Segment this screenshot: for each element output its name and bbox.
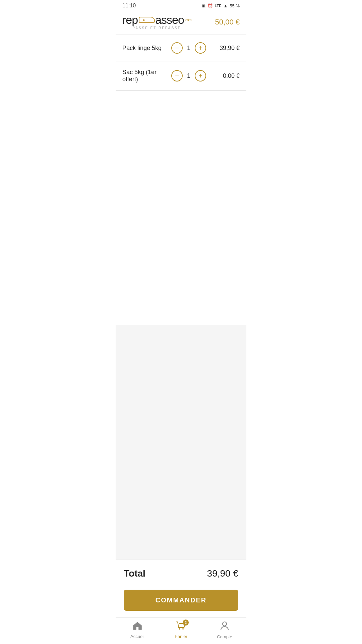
logo-asseo: asseo xyxy=(155,14,184,25)
nav-item-accueil[interactable]: Accueil xyxy=(124,622,151,639)
commander-section: COMMANDER xyxy=(116,586,246,618)
logo-rep: rep xyxy=(122,14,138,25)
cart-item-1-decrease-button[interactable]: − xyxy=(171,70,183,82)
account-icon xyxy=(220,621,229,633)
cart-item-0-qty-controls: − 1 + xyxy=(171,42,206,54)
svg-point-2 xyxy=(179,628,180,630)
cart-badge: 2 xyxy=(183,620,189,626)
cart-badge-container: 2 xyxy=(176,622,186,633)
cart-item-0-decrease-button[interactable]: − xyxy=(171,42,183,54)
signal-icon: ▲ xyxy=(223,3,228,8)
svg-point-4 xyxy=(223,622,227,626)
status-bar: 11:10 ▣ ⏰ LTE ▲ 55 % xyxy=(116,0,246,10)
total-section: Total 39,90 € xyxy=(116,559,246,586)
cart-item-1-qty-controls: − 1 + xyxy=(171,70,206,82)
svg-point-0 xyxy=(143,19,145,21)
cart-item-0-quantity: 1 xyxy=(186,45,191,52)
cart-section: Pack linge 5kg − 1 + 39,90 € Sac 5kg (1e… xyxy=(116,35,246,325)
cart-item-0: Pack linge 5kg − 1 + 39,90 € xyxy=(116,35,246,61)
cart-item-0-price: 39,90 € xyxy=(213,45,240,52)
nav-label-accueil: Accueil xyxy=(130,634,144,639)
header-amount: 50,00 € xyxy=(215,18,240,26)
svg-point-3 xyxy=(182,628,184,630)
lte-icon: LTE xyxy=(215,4,222,8)
status-icons: ▣ ⏰ LTE ▲ 55 % xyxy=(201,3,240,8)
total-label: Total xyxy=(124,568,145,579)
cart-item-0-increase-button[interactable]: + xyxy=(195,42,206,54)
cart-empty-space xyxy=(116,325,246,559)
commander-button[interactable]: COMMANDER xyxy=(124,590,238,611)
logo-subtitle: PASSE ET REPASSE xyxy=(122,26,191,30)
logo-dotcom: .com xyxy=(185,18,191,22)
battery-text: 55 % xyxy=(230,3,240,8)
alarm-icon: ⏰ xyxy=(207,3,213,8)
status-time: 11:10 xyxy=(122,3,136,9)
nav-item-panier[interactable]: 2 Panier xyxy=(168,622,194,639)
vibrate-icon: ▣ xyxy=(201,3,205,8)
total-amount: 39,90 € xyxy=(207,568,238,579)
header: rep asseo .com PASSE ET REPASSE 50,00 € xyxy=(116,10,246,35)
cart-item-1: Sac 5kg (1er offert) − 1 + 0,00 € xyxy=(116,61,246,91)
nav-label-panier: Panier xyxy=(175,634,187,639)
nav-item-compte[interactable]: Compte xyxy=(211,621,238,639)
logo-iron-icon xyxy=(138,15,155,24)
home-icon xyxy=(133,622,142,633)
logo-container: rep asseo .com PASSE ET REPASSE xyxy=(122,14,191,30)
cart-item-1-quantity: 1 xyxy=(186,72,191,79)
bottom-nav: Accueil 2 Panier Compte xyxy=(116,618,246,644)
logo-text: rep asseo .com xyxy=(122,14,191,25)
cart-item-1-increase-button[interactable]: + xyxy=(195,70,206,82)
cart-item-1-price: 0,00 € xyxy=(213,72,240,79)
cart-item-0-name: Pack linge 5kg xyxy=(122,45,171,52)
cart-item-1-name: Sac 5kg (1er offert) xyxy=(122,69,171,83)
nav-label-compte: Compte xyxy=(217,634,232,639)
